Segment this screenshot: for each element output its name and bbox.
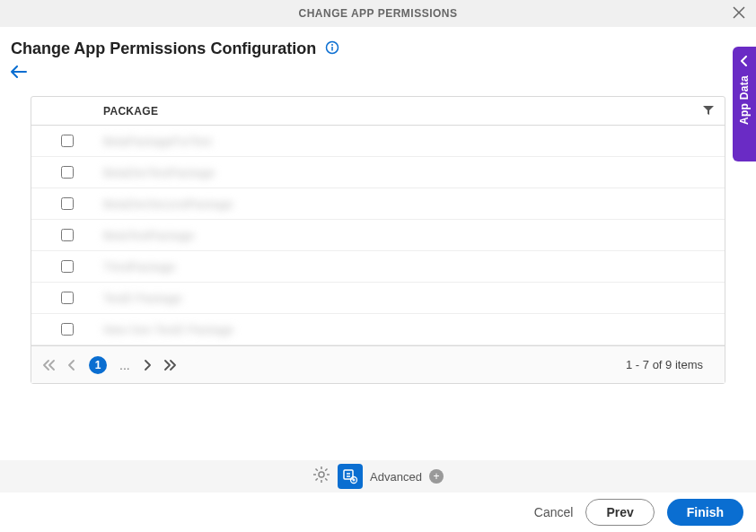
row-checkbox-wrap — [31, 323, 103, 336]
package-name: ThirdPackage — [103, 260, 175, 274]
page-next-icon[interactable] — [143, 360, 152, 371]
package-table: PACKAGE BetaPackageForTest BetaDevTestPa… — [31, 96, 725, 384]
row-checkbox-wrap — [31, 166, 103, 179]
close-icon[interactable] — [733, 5, 745, 22]
table-row[interactable]: TestD Package — [31, 283, 725, 314]
row-checkbox-wrap — [31, 229, 103, 241]
gear-icon[interactable] — [312, 466, 330, 487]
page-prev-icon[interactable] — [67, 360, 76, 371]
row-checkbox[interactable] — [61, 166, 74, 179]
row-checkbox[interactable] — [61, 260, 74, 273]
package-name: New Gen TestD Package — [103, 323, 233, 336]
cancel-button[interactable]: Cancel — [534, 505, 574, 519]
row-checkbox-wrap — [31, 197, 103, 210]
chevron-left-icon — [740, 54, 749, 70]
side-tab-label: App Data — [738, 75, 751, 125]
svg-point-3 — [319, 472, 324, 477]
package-name: BetaTestPackage — [103, 229, 194, 242]
table-row[interactable]: BetaDevSecondPackage — [31, 188, 725, 220]
page-title: Change App Permissions Configuration — [11, 39, 316, 58]
table-header: PACKAGE — [31, 97, 725, 126]
row-checkbox[interactable] — [61, 135, 74, 147]
pagination-nav: 1 ... — [42, 356, 177, 374]
finish-button[interactable]: Finish — [667, 499, 743, 526]
page-first-icon[interactable] — [42, 360, 55, 371]
package-name: TestD Package — [103, 292, 181, 305]
row-checkbox-wrap — [31, 292, 103, 304]
filter-icon[interactable] — [703, 103, 714, 119]
footer-actions: Cancel Prev Finish — [0, 493, 756, 532]
pagination-bar: 1 ... 1 - 7 of 9 items — [31, 345, 725, 383]
modal-header: CHANGE APP PERMISSIONS — [0, 0, 756, 27]
page-last-icon[interactable] — [164, 360, 177, 371]
row-checkbox[interactable] — [61, 229, 74, 241]
package-name: BetaDevSecondPackage — [103, 197, 233, 211]
info-icon[interactable] — [325, 40, 339, 58]
package-name: BetaDevTestPackage — [103, 166, 215, 179]
back-arrow-icon[interactable] — [11, 65, 27, 81]
modal-title: CHANGE APP PERMISSIONS — [298, 7, 457, 20]
app-data-side-tab[interactable]: App Data — [733, 47, 756, 161]
svg-rect-2 — [332, 47, 334, 51]
prev-button[interactable]: Prev — [585, 499, 654, 526]
table-row[interactable]: New Gen TestD Package — [31, 314, 725, 345]
row-checkbox[interactable] — [61, 197, 74, 210]
row-checkbox[interactable] — [61, 323, 74, 336]
table-row[interactable]: BetaDevTestPackage — [31, 157, 725, 188]
package-name: BetaPackageForTest — [103, 135, 212, 148]
page-current[interactable]: 1 — [89, 356, 107, 374]
bottom-toolbar: Advanced + — [0, 460, 756, 493]
row-checkbox-wrap — [31, 260, 103, 273]
page-title-row: Change App Permissions Configuration — [0, 27, 756, 64]
page-ellipsis: ... — [119, 358, 130, 372]
form-builder-icon[interactable] — [338, 464, 363, 489]
advanced-label[interactable]: Advanced — [370, 470, 422, 484]
plus-icon[interactable]: + — [429, 469, 444, 484]
back-row — [0, 64, 756, 89]
row-checkbox-wrap — [31, 135, 103, 147]
row-checkbox[interactable] — [61, 292, 74, 304]
svg-point-1 — [331, 44, 333, 46]
package-column-header[interactable]: PACKAGE — [103, 105, 158, 118]
table-row[interactable]: BetaTestPackage — [31, 220, 725, 251]
table-row[interactable]: ThirdPackage — [31, 251, 725, 283]
pagination-info: 1 - 7 of 9 items — [626, 358, 703, 371]
table-row[interactable]: BetaPackageForTest — [31, 126, 725, 157]
